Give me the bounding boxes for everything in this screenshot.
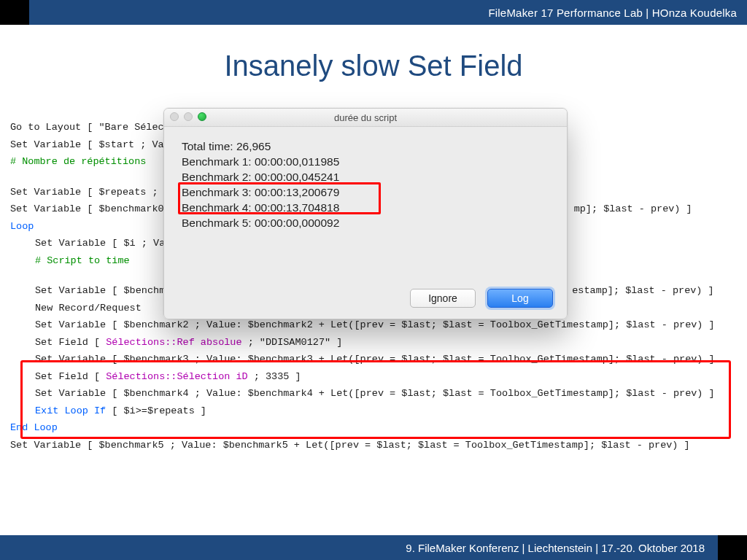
script-line: Set Variable [ $benchmark5 ; Value: $ben… [10,440,737,451]
dialog-title: durée du script [334,112,397,123]
benchmark-line: Benchmark 3: 00:00:13,200679 [182,186,549,199]
header-accent [0,0,29,25]
minimize-icon[interactable] [184,112,193,121]
slide-footer: 9. FileMaker Konferenz | Liechtenstein |… [0,535,747,560]
dialog-buttons: Ignore Log [410,289,553,308]
footer-bar: 9. FileMaker Konferenz | Liechtenstein |… [0,535,718,560]
slide-header: FileMaker 17 Performance Lab | HOnza Kou… [0,0,747,25]
dialog-window: durée du script Total time: 26,965 Bench… [163,108,568,319]
dialog-titlebar: durée du script [164,109,567,127]
header-text: FileMaker 17 Performance Lab | HOnza Kou… [488,7,737,19]
benchmark-line: Benchmark 4: 00:00:13,704818 [182,201,549,214]
footer-text: 9. FileMaker Konferenz | Liechtenstein |… [406,542,705,554]
benchmark-line: Benchmark 1: 00:00:00,011985 [182,155,549,168]
dialog-body: Total time: 26,965 Benchmark 1: 00:00:00… [164,127,567,239]
close-icon[interactable] [170,112,179,121]
script-line: Set Variable [ $benchmark2 ; Value: $ben… [10,320,737,330]
header-bar: FileMaker 17 Performance Lab | HOnza Kou… [29,0,747,25]
ignore-button[interactable]: Ignore [410,289,476,308]
log-button[interactable]: Log [487,289,553,308]
slide-title: Insanely slow Set Field [0,50,747,82]
benchmark-line: Benchmark 5: 00:00:00,000092 [182,217,549,230]
benchmark-line: Benchmark 2: 00:00:00,045241 [182,171,549,184]
zoom-icon[interactable] [198,112,206,121]
total-time: Total time: 26,965 [182,140,549,153]
script-line: Set Field [ Sélections::Ref absolue ; "D… [10,338,737,348]
footer-accent [718,535,747,560]
highlight-box-script [20,360,731,439]
window-controls[interactable] [170,112,206,121]
field-ref: Sélections::Ref absolue [106,337,241,348]
